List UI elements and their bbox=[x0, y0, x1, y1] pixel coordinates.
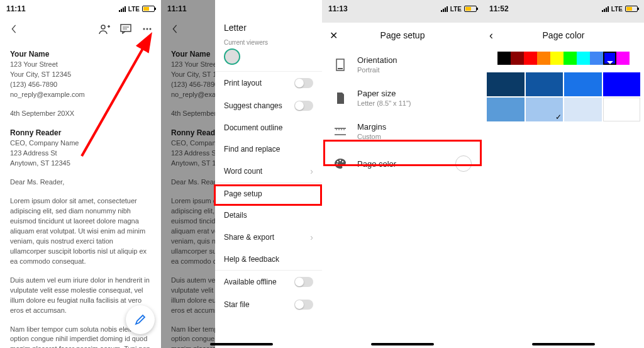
toggle[interactable] bbox=[294, 101, 313, 111]
tint-swatch[interactable] bbox=[564, 98, 602, 121]
menu-word-count[interactable]: Word count› bbox=[215, 160, 322, 182]
status-bar: 11:52 LTE bbox=[483, 0, 644, 18]
menu-title: Letter bbox=[215, 18, 322, 39]
recipient-title: CEO, Company Name bbox=[10, 138, 151, 149]
comment-icon[interactable] bbox=[119, 23, 132, 35]
overflow-menu: Letter Current viewers Print layout Sugg… bbox=[215, 0, 322, 348]
label: Help & feedback bbox=[224, 255, 279, 264]
menu-suggest-changes[interactable]: Suggest changes bbox=[215, 94, 322, 117]
tint-swatch[interactable]: ✓ bbox=[526, 98, 564, 121]
svg-rect-9 bbox=[338, 68, 343, 69]
home-indicator bbox=[371, 343, 434, 345]
label: Paper size bbox=[357, 89, 411, 98]
toggle[interactable] bbox=[294, 300, 313, 310]
status-time: 11:11 bbox=[6, 4, 26, 13]
sheet-backdrop: 11:13 LTE bbox=[322, 0, 483, 23]
annotation-highlight-page-setup bbox=[214, 184, 322, 206]
close-icon[interactable]: ✕ bbox=[330, 30, 338, 42]
annotation-highlight-page-color bbox=[323, 140, 482, 166]
option-orientation[interactable]: OrientationPortrait bbox=[322, 48, 483, 81]
viewers-label: Current viewers bbox=[224, 39, 313, 46]
status-bar: 11:11 LTE bbox=[0, 0, 161, 18]
menu-available-offline[interactable]: Available offline bbox=[215, 270, 322, 293]
page-setup-sheet: ✕ Page setup OrientationPortrait Paper s… bbox=[322, 23, 483, 348]
menu-document-outline[interactable]: Document outline bbox=[215, 117, 322, 138]
viewer-avatar[interactable] bbox=[224, 48, 240, 65]
menu-find-replace[interactable]: Find and replace bbox=[215, 138, 322, 160]
chevron-right-icon: › bbox=[310, 166, 313, 176]
toggle[interactable] bbox=[294, 277, 313, 287]
back-icon[interactable]: ‹ bbox=[489, 29, 493, 42]
svg-rect-1 bbox=[121, 25, 131, 31]
edit-fab[interactable] bbox=[126, 305, 155, 334]
signal-icon bbox=[602, 6, 609, 12]
greeting: Dear Ms. Reader, bbox=[10, 177, 151, 188]
recipient-name: Ronny Reader bbox=[10, 128, 151, 138]
svg-point-4 bbox=[143, 28, 145, 30]
hue-swatch[interactable] bbox=[537, 52, 550, 65]
home-indicator bbox=[532, 343, 595, 345]
back-icon[interactable] bbox=[8, 23, 20, 35]
toggle[interactable] bbox=[294, 78, 313, 88]
menu-help-feedback[interactable]: Help & feedback bbox=[215, 249, 322, 270]
letter-date: 4th September 20XX bbox=[10, 109, 151, 119]
status-right: LTE bbox=[119, 6, 155, 13]
hue-swatch[interactable] bbox=[603, 52, 616, 65]
label: Find and replace bbox=[224, 145, 280, 154]
hue-swatch[interactable] bbox=[616, 52, 630, 65]
label: Document outline bbox=[224, 123, 282, 132]
hue-swatch[interactable] bbox=[497, 52, 511, 65]
margins-icon bbox=[333, 128, 347, 135]
tint-swatch[interactable] bbox=[603, 98, 641, 121]
signal-icon bbox=[119, 6, 126, 12]
battery-icon bbox=[142, 6, 155, 12]
sender-addr2: Your City, ST 12345 bbox=[10, 70, 151, 80]
tint-swatch[interactable] bbox=[603, 72, 641, 96]
network-label: LTE bbox=[450, 6, 462, 13]
hue-swatch[interactable] bbox=[577, 52, 590, 65]
tint-grid: ✓ bbox=[483, 72, 644, 121]
tint-swatch[interactable] bbox=[564, 72, 602, 96]
network-label: LTE bbox=[611, 6, 623, 13]
hue-swatch[interactable] bbox=[524, 52, 537, 65]
hue-swatch-row bbox=[483, 52, 644, 65]
para-1: Lorem ipsum dolor sit amet, consectetuer… bbox=[10, 196, 151, 267]
recipient-addr1: 123 Address St bbox=[10, 149, 151, 159]
svg-point-6 bbox=[150, 28, 152, 30]
sheet-backdrop: 11:52 LTE bbox=[483, 0, 644, 23]
label: Available offline bbox=[224, 278, 277, 286]
document-body[interactable]: Your Name 123 Your Street Your City, ST … bbox=[0, 40, 161, 348]
toolbar bbox=[0, 18, 161, 40]
page-color-sheet: ‹ Page color ✓ bbox=[483, 23, 644, 348]
tint-swatch[interactable] bbox=[526, 72, 564, 96]
status-right: LTE bbox=[441, 6, 477, 13]
status-time: 11:13 bbox=[328, 4, 348, 13]
home-indicator bbox=[210, 343, 273, 345]
label: Margins bbox=[357, 122, 386, 132]
more-icon[interactable] bbox=[141, 23, 153, 35]
add-person-icon[interactable] bbox=[98, 23, 111, 35]
hue-swatch[interactable] bbox=[550, 52, 564, 65]
value: Letter (8.5" x 11") bbox=[357, 99, 411, 107]
svg-point-5 bbox=[147, 28, 148, 30]
sheet-title: Page setup bbox=[380, 30, 425, 40]
status-right: LTE bbox=[602, 6, 638, 13]
hue-swatch[interactable] bbox=[564, 52, 577, 65]
viewers-section: Current viewers bbox=[215, 39, 322, 71]
menu-share-export[interactable]: Share & export› bbox=[215, 226, 322, 249]
chevron-right-icon: › bbox=[310, 232, 313, 242]
hue-swatch[interactable] bbox=[590, 52, 603, 65]
tint-swatch[interactable] bbox=[487, 72, 525, 96]
sheet-title: Page color bbox=[543, 30, 585, 40]
signal-icon bbox=[441, 6, 448, 12]
label: Orientation bbox=[357, 55, 397, 65]
menu-details[interactable]: Details bbox=[215, 205, 322, 226]
menu-star-file[interactable]: Star file bbox=[215, 293, 322, 316]
network-label: LTE bbox=[128, 6, 140, 13]
option-paper-size[interactable]: Paper sizeLetter (8.5" x 11") bbox=[322, 81, 483, 115]
menu-print-layout[interactable]: Print layout bbox=[215, 71, 322, 94]
svg-point-0 bbox=[101, 25, 105, 29]
hue-swatch[interactable] bbox=[511, 52, 524, 65]
check-icon: ✓ bbox=[555, 113, 562, 121]
tint-swatch[interactable] bbox=[487, 98, 525, 121]
